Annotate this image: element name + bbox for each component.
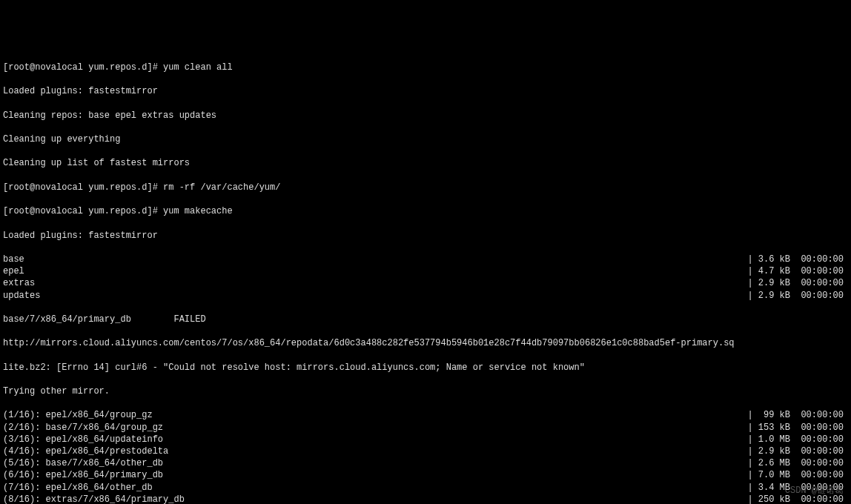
output-line: Trying other mirror. [3, 385, 848, 397]
repo-size: | 2.9 kB 00:00:00 [747, 277, 848, 289]
repo-row: epel| 4.7 kB 00:00:00 [3, 265, 848, 277]
prompt-line: [root@novalocal yum.repos.d]# yum clean … [3, 62, 848, 73]
download-row: (1/16): epel/x86_64/group_gz| 99 kB 00:0… [3, 409, 848, 421]
download-size: | 2.9 kB 00:00:00 [747, 445, 848, 457]
download-item: (2/16): base/7/x86_64/group_gz [3, 422, 163, 434]
output-line: Cleaning up everything [3, 133, 848, 145]
repo-size: | 4.7 kB 00:00:00 [747, 265, 848, 277]
download-item: (7/16): epel/x86_64/other_db [3, 482, 153, 494]
download-row: (4/16): epel/x86_64/prestodelta| 2.9 kB … [3, 445, 848, 457]
repo-name: base [3, 253, 24, 265]
output-line: Loaded plugins: fastestmirror [3, 85, 848, 97]
error-url: http://mirrors.cloud.aliyuncs.com/centos… [3, 337, 848, 349]
terminal-output[interactable]: [root@novalocal yum.repos.d]# yum clean … [3, 50, 848, 504]
repo-name: extras [3, 277, 35, 289]
download-item: (8/16): extras/7/x86_64/primary_db [3, 494, 185, 504]
download-row: (8/16): extras/7/x86_64/primary_db| 250 … [3, 494, 848, 504]
download-size: | 153 kB 00:00:00 [747, 422, 848, 434]
output-line: Loaded plugins: fastestmirror [3, 230, 848, 242]
download-item: (3/16): epel/x86_64/updateinfo [3, 434, 163, 445]
repo-name: epel [3, 265, 24, 277]
download-item: (5/16): base/7/x86_64/other_db [3, 457, 163, 469]
download-row: (3/16): epel/x86_64/updateinfo| 1.0 MB 0… [3, 434, 848, 445]
output-line: Cleaning repos: base epel extras updates [3, 110, 848, 122]
download-item: (6/16): epel/x86_64/primary_db [3, 469, 163, 481]
download-row: (2/16): base/7/x86_64/group_gz| 153 kB 0… [3, 422, 848, 434]
repo-size: | 3.6 kB 00:00:00 [747, 253, 848, 265]
download-row: (7/16): epel/x86_64/other_db| 3.4 MB 00:… [3, 482, 848, 494]
repo-size: | 2.9 kB 00:00:00 [747, 290, 848, 302]
output-line: Cleaning up list of fastest mirrors [3, 157, 848, 169]
repo-row: extras| 2.9 kB 00:00:00 [3, 277, 848, 289]
download-size: | 99 kB 00:00:00 [747, 409, 848, 421]
prompt-line: [root@novalocal yum.repos.d]# rm -rf /va… [3, 182, 848, 193]
failed-line: base/7/x86_64/primary_db FAILED [3, 314, 848, 325]
prompt-line: [root@novalocal yum.repos.d]# yum makeca… [3, 205, 848, 217]
download-item: (1/16): epel/x86_64/group_gz [3, 409, 153, 421]
repo-row: updates| 2.9 kB 00:00:00 [3, 290, 848, 302]
watermark: CSDN @链诺葛 [785, 485, 844, 497]
repo-row: base| 3.6 kB 00:00:00 [3, 253, 848, 265]
download-row: (6/16): epel/x86_64/primary_db| 7.0 MB 0… [3, 469, 848, 481]
download-size: | 1.0 MB 00:00:00 [747, 434, 848, 445]
repo-name: updates [3, 290, 40, 302]
download-row: (5/16): base/7/x86_64/other_db| 2.6 MB 0… [3, 457, 848, 469]
download-size: | 2.6 MB 00:00:00 [747, 457, 848, 469]
download-size: | 7.0 MB 00:00:00 [747, 469, 848, 481]
download-item: (4/16): epel/x86_64/prestodelta [3, 445, 168, 457]
error-msg: lite.bz2: [Errno 14] curl#6 - "Could not… [3, 362, 848, 374]
